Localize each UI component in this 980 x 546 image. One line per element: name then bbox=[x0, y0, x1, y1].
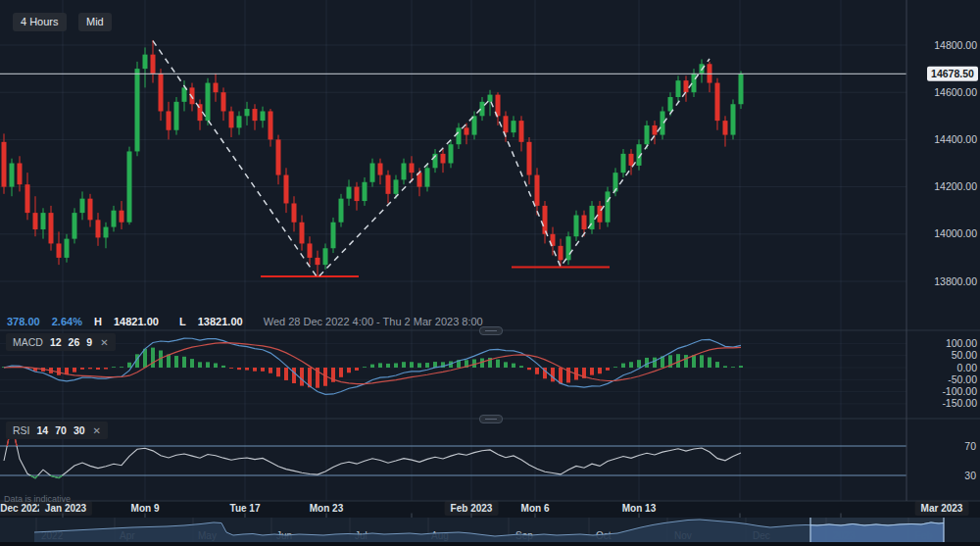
rsi-period: 14 bbox=[37, 424, 49, 436]
macd-histogram-bar bbox=[355, 368, 359, 371]
macd-histogram-bar bbox=[715, 362, 719, 368]
last-price-badge: 14678.50 bbox=[927, 67, 978, 81]
candle-body bbox=[394, 179, 399, 193]
macd-histogram-bar bbox=[378, 363, 382, 368]
macd-histogram-bar bbox=[535, 368, 539, 374]
macd-histogram-bar bbox=[559, 368, 563, 384]
macd-histogram-bar bbox=[410, 362, 414, 368]
data-indicative-note: Data is indicative bbox=[4, 494, 71, 504]
candle-body bbox=[331, 223, 336, 249]
axis-tick-label: 13800.00 bbox=[934, 275, 977, 287]
candle-body bbox=[65, 239, 70, 258]
macd-histogram-bar bbox=[143, 349, 147, 368]
candle-body bbox=[668, 97, 673, 111]
candle-body bbox=[18, 164, 23, 185]
chart-canvas[interactable]: 14800.0014600.0014400.0014200.0014000.00… bbox=[0, 0, 980, 546]
macd-histogram-bar bbox=[692, 355, 696, 368]
candles-layer bbox=[2, 40, 744, 276]
panel-resize-handle-top[interactable] bbox=[479, 326, 503, 335]
macd-histogram-bar bbox=[80, 368, 84, 370]
candle-body bbox=[214, 83, 219, 93]
candle-body bbox=[472, 116, 477, 134]
candle-body bbox=[566, 236, 571, 260]
status-bar: 378.00 2.64% H 14821.00 L 13821.00 Wed 2… bbox=[7, 316, 492, 327]
rsi-close-icon[interactable]: ✕ bbox=[93, 425, 101, 436]
macd-histogram-bar bbox=[394, 363, 398, 368]
candle-body bbox=[316, 258, 320, 265]
macd-histogram-bar bbox=[167, 355, 171, 368]
axis-tick-label: -150.00 bbox=[942, 397, 977, 409]
macd-close-icon[interactable]: ✕ bbox=[100, 337, 108, 348]
macd-histogram-bar bbox=[292, 368, 296, 383]
candle-body bbox=[629, 154, 634, 166]
macd-histogram-bar bbox=[206, 362, 210, 368]
candle-body bbox=[253, 109, 258, 121]
candle-body bbox=[425, 168, 430, 186]
change-percent: 2.64% bbox=[52, 316, 82, 327]
macd-histogram-bar bbox=[182, 357, 186, 368]
candle-body bbox=[692, 74, 697, 92]
candle-body bbox=[386, 175, 391, 194]
macd-histogram-bar bbox=[700, 355, 704, 368]
candle-body bbox=[33, 213, 38, 229]
macd-histogram-bar bbox=[104, 368, 108, 370]
panel-resize-handle-bottom[interactable] bbox=[479, 415, 503, 423]
macd-histogram-bar bbox=[190, 359, 194, 368]
axis-tick-label: 14800.00 bbox=[934, 39, 977, 51]
macd-histogram-bar bbox=[590, 368, 594, 375]
candle-body bbox=[88, 199, 93, 221]
candle-body bbox=[347, 187, 352, 199]
candle-body bbox=[723, 121, 728, 134]
macd-histogram-bar bbox=[347, 368, 351, 372]
candle-body bbox=[41, 213, 46, 229]
candle-body bbox=[559, 246, 564, 260]
rsi-overbought: 70 bbox=[55, 424, 67, 436]
candle-body bbox=[143, 55, 148, 69]
low-readout: L 13821.00 bbox=[179, 316, 252, 327]
macd-histogram-bar bbox=[527, 368, 531, 370]
candle-body bbox=[261, 111, 266, 121]
macd-label: MACD bbox=[13, 336, 43, 348]
candle-body bbox=[739, 74, 744, 104]
candle-body bbox=[370, 164, 375, 182]
chart-toolbar: 4 Hours Mid bbox=[13, 12, 120, 31]
candle-body bbox=[245, 109, 250, 116]
macd-histogram-bar bbox=[551, 368, 555, 381]
candle-body bbox=[182, 87, 187, 101]
candle-body bbox=[731, 104, 736, 134]
candle-body bbox=[582, 216, 587, 229]
candle-body bbox=[512, 121, 516, 132]
axis-tick-label: 70 bbox=[964, 440, 976, 452]
navigator-selection[interactable] bbox=[810, 518, 944, 542]
axis-tick-label: 30 bbox=[964, 470, 976, 481]
macd-histogram-bar bbox=[363, 367, 367, 368]
price-type-button[interactable]: Mid bbox=[78, 13, 112, 31]
candle-body bbox=[402, 164, 407, 180]
macd-histogram-bar bbox=[245, 368, 249, 371]
axis-tick-label: -100.00 bbox=[942, 385, 977, 397]
macd-histogram-bar bbox=[731, 367, 735, 368]
candle-body bbox=[284, 175, 289, 204]
macd-histogram-bar bbox=[512, 364, 515, 368]
timeframe-button[interactable]: 4 Hours bbox=[13, 13, 67, 31]
macd-histogram-bar bbox=[339, 368, 343, 377]
candle-body bbox=[527, 142, 532, 175]
macd-histogram-bar bbox=[88, 368, 92, 369]
candle-body bbox=[457, 127, 462, 144]
macd-histogram-bar bbox=[613, 367, 617, 368]
candle-body bbox=[49, 213, 54, 243]
rsi-line-overbought bbox=[4, 424, 741, 478]
macd-histogram-bar bbox=[684, 355, 688, 368]
navigator-layer bbox=[34, 518, 944, 542]
macd-histogram-bar bbox=[417, 363, 421, 368]
trading-chart-app: Dec 2022Jan 2023Mon 9Tue 17Mon 23Feb 202… bbox=[0, 0, 980, 546]
macd-settings-badge[interactable]: MACD12269✕ bbox=[6, 333, 116, 351]
candle-body bbox=[2, 142, 7, 187]
axis-tick-label: 14678.50 bbox=[931, 68, 974, 79]
candle-body bbox=[519, 121, 524, 142]
candle-body bbox=[504, 116, 509, 132]
rsi-layer bbox=[0, 424, 906, 478]
rsi-settings-badge[interactable]: RSI147030✕ bbox=[6, 422, 108, 439]
candle-body bbox=[598, 206, 603, 223]
axis-tick-label: 50.00 bbox=[952, 349, 977, 361]
